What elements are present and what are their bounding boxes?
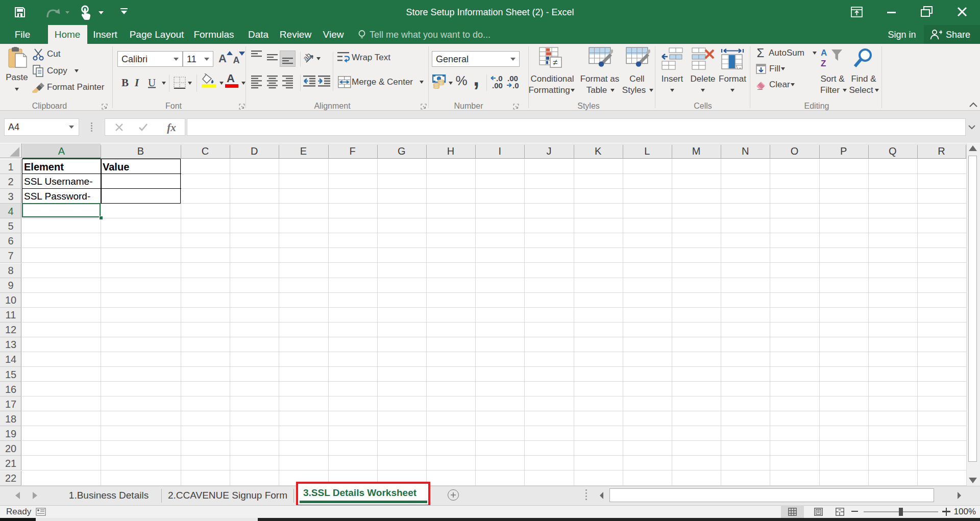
svg-text:≠: ≠ — [553, 58, 557, 67]
svg-text:Z: Z — [821, 59, 826, 68]
svg-text:.0: .0 — [512, 81, 519, 89]
svg-text:A: A — [821, 48, 827, 58]
svg-text:.00: .00 — [492, 81, 503, 89]
